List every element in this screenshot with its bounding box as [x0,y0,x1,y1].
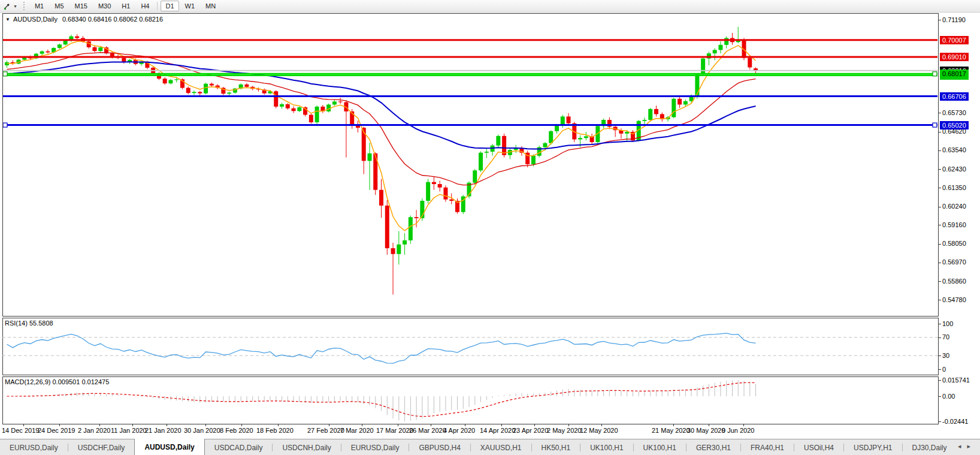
line-handle [933,72,937,76]
line-handle [3,72,7,76]
price-tick [939,225,941,225]
date-tick [99,424,100,426]
date-label: 11 Jan 2020 [111,427,147,434]
price-tick [939,207,941,207]
rsi-tick-label: 100 [942,320,953,327]
date-tick [59,424,60,426]
chart-tab-bar: EURUSD,DailyUSDCHF,DailyAUDUSD,DailyUSDC… [0,439,980,455]
rsi-tick-label: 0 [942,366,946,373]
chart-tab-audusd-daily[interactable]: AUDUSD,Daily [134,439,204,455]
date-tick [673,424,674,426]
date-tick [362,424,362,426]
date-label: 24 Dec 2019 [38,427,75,434]
price-tick-label: 0.65730 [942,109,966,116]
date-tick [278,424,279,426]
date-label: 18 Feb 2020 [256,427,294,434]
macd-tick-label: 0.015741 [942,376,970,384]
price-tick [939,300,941,300]
date-label: 30 May 2020 [687,427,725,434]
mt4-window: ▼ M1M5M15M30H1H4D1W1MN ▼ AUDUSD,Daily 0.… [0,0,980,455]
chart-tab-uk100-h1[interactable]: UK100,H1 [580,439,633,455]
date-label: 2 Jan 2020 [78,427,110,434]
price-tick-label: 0.71190 [942,16,966,23]
chart-canvas[interactable] [0,0,980,455]
date-tick [205,424,206,426]
macd-tick [939,421,941,422]
chart-tab-usdchf-daily[interactable]: USDCHF,Daily [68,439,135,455]
chart-header: ▼ AUDUSD,Daily 0.68340 0.68416 0.68062 0… [5,16,163,23]
macd-tick-label: -0.02441 [942,418,968,425]
chart-tab-usdcad-daily[interactable]: USDCAD,Daily [205,439,273,455]
chart-tab-gbpusd-h4[interactable]: GBPUSD,H4 [409,439,470,455]
line-handle [933,123,937,127]
date-label: 14 Dec 2019 [2,427,39,434]
date-tick [743,424,744,426]
macd-tick [939,396,941,397]
price-badge: 0.65020 [940,121,969,129]
date-label: 14 Apr 2020 [480,427,515,434]
rsi-tick [939,338,941,338]
tab-scroll-left-icon[interactable]: ◂ [958,442,967,450]
price-tick-label: 0.62430 [942,165,966,173]
price-tick-label: 0.58050 [942,240,966,247]
price-tick [939,281,941,282]
rsi-tick [939,324,941,324]
date-tick [709,424,709,426]
chart-tab-xauusd-h1[interactable]: XAUUSD,H1 [471,439,531,455]
macd-tick [939,380,941,381]
date-tick [568,424,569,426]
price-tick [939,188,941,188]
price-badge: 0.66706 [940,92,969,101]
one-click-trading-arrow-icon[interactable]: ▼ [5,17,10,22]
date-label: 2 May 2020 [547,427,581,434]
date-tick [465,424,465,426]
rsi-tick-label: 30 [942,352,949,359]
price-tick-label: 0.59160 [942,221,966,228]
chart-tab-eurusd-daily[interactable]: EURUSD,Daily [341,439,409,455]
date-tick [167,424,167,426]
price-badge: 0.68017 [940,70,969,78]
price-tick-label: 0.60240 [942,203,966,210]
date-tick [501,424,502,426]
chart-tab-dj30-daily[interactable]: DJ30,Daily [903,439,957,455]
rsi-indicator-label: RSI(14) 55.5808 [5,320,53,327]
rsi-tick [939,355,941,356]
price-tick-label: 0.56970 [942,258,966,266]
chart-tab-usoil-h4[interactable]: USOil,H4 [794,439,843,455]
price-tick-label: 0.63540 [942,146,966,153]
date-tick [431,424,431,426]
date-label: 27 Feb 2020 [307,427,344,434]
tab-scroll-arrows: ◂▸ [958,442,976,450]
chart-tab-usdjpy-h1[interactable]: USDJPY,H1 [844,439,902,455]
tab-scroll-right-icon[interactable]: ▸ [967,442,976,450]
price-tick [939,20,941,20]
macd-panel [3,377,939,424]
date-label: 21 Jan 2020 [145,427,182,434]
date-label: 26 Mar 2020 [409,427,446,434]
date-label: 12 May 2020 [580,427,618,434]
chart-symbol-label: AUDUSD,Daily [13,16,58,23]
date-label: 7 Mar 2020 [340,427,374,434]
price-tick-label: 0.55860 [942,278,966,285]
date-label: 4 Apr 2020 [443,427,475,434]
rsi-tick [939,369,941,370]
date-tick [534,424,535,426]
chart-tab-usdcnh-daily[interactable]: USDCNH,Daily [273,439,340,455]
date-label: 23 Apr 2020 [513,427,548,434]
price-badge: 0.69010 [940,53,969,61]
date-tick [23,424,24,426]
price-tick [939,169,941,170]
date-label: 9 Jun 2020 [722,427,754,434]
date-tick [329,424,329,426]
chart-tab-fra40-h1[interactable]: FRA40,H1 [741,439,794,455]
chart-tab-eurusd-daily[interactable]: EURUSD,Daily [0,439,68,455]
price-panel [3,14,939,317]
date-label: 30 Jan 2020 [184,427,220,434]
chart-tab-uk100-h1[interactable]: UK100,H1 [634,439,686,455]
date-tick [601,424,602,426]
price-tick-label: 0.61350 [942,184,966,191]
macd-indicator-label: MACD(12,26,9) 0.009501 0.012475 [5,378,109,385]
chart-tab-hk50-h1[interactable]: HK50,H1 [532,439,580,455]
chart-tab-ger30-h1[interactable]: GER30,H1 [686,439,740,455]
rsi-tick-label: 70 [942,333,949,341]
